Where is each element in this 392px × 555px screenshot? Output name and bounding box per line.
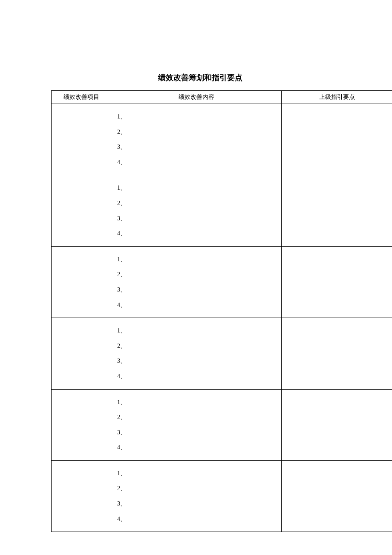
content-list: 1、2、3、4、	[117, 109, 277, 170]
list-item: 4、	[117, 440, 277, 455]
content-cell: 1、2、3、4、	[111, 104, 282, 175]
guide-cell	[282, 246, 392, 318]
project-cell	[52, 389, 111, 460]
list-item: 4、	[117, 226, 277, 241]
list-item: 3、	[117, 353, 277, 369]
header-content: 绩效改善内容	[111, 91, 282, 104]
table-header-row: 绩效改善项目 绩效改善内容 上级指引要点	[52, 91, 392, 104]
header-project: 绩效改善项目	[52, 91, 111, 104]
list-item: 3、	[117, 496, 277, 512]
list-item: 3、	[117, 211, 277, 226]
list-item: 1、	[117, 252, 277, 267]
list-item: 4、	[117, 155, 277, 170]
content-list: 1、2、3、4、	[117, 466, 277, 526]
list-item: 1、	[117, 109, 277, 124]
content-cell: 1、2、3、4、	[111, 318, 282, 389]
list-item: 3、	[117, 282, 277, 298]
list-item: 3、	[117, 139, 277, 155]
table-body: 1、2、3、4、1、2、3、4、1、2、3、4、1、2、3、4、1、2、3、4、…	[52, 104, 392, 532]
list-item: 2、	[117, 338, 277, 354]
table-row: 1、2、3、4、	[52, 389, 392, 460]
content-list: 1、2、3、4、	[117, 252, 277, 312]
content-list: 1、2、3、4、	[117, 395, 277, 455]
list-item: 4、	[117, 298, 277, 313]
table-row: 1、2、3、4、	[52, 175, 392, 246]
list-item: 2、	[117, 196, 277, 211]
header-guide: 上级指引要点	[282, 91, 392, 104]
table-row: 1、2、3、4、	[52, 318, 392, 389]
list-item: 2、	[117, 481, 277, 496]
table-row: 1、2、3、4、	[52, 460, 392, 532]
content-list: 1、2、3、4、	[117, 323, 277, 384]
list-item: 2、	[117, 267, 277, 282]
content-cell: 1、2、3、4、	[111, 389, 282, 460]
project-cell	[52, 246, 111, 318]
project-cell	[52, 460, 111, 532]
table-row: 1、2、3、4、	[52, 246, 392, 318]
list-item: 1、	[117, 180, 277, 196]
list-item: 1、	[117, 466, 277, 481]
list-item: 2、	[117, 410, 277, 425]
performance-table: 绩效改善项目 绩效改善内容 上级指引要点 1、2、3、4、1、2、3、4、1、2…	[51, 90, 392, 532]
guide-cell	[282, 104, 392, 175]
list-item: 4、	[117, 512, 277, 527]
content-list: 1、2、3、4、	[117, 180, 277, 241]
project-cell	[52, 104, 111, 175]
guide-cell	[282, 318, 392, 389]
content-cell: 1、2、3、4、	[111, 246, 282, 318]
project-cell	[52, 318, 111, 389]
list-item: 4、	[117, 369, 277, 384]
list-item: 1、	[117, 323, 277, 338]
guide-cell	[282, 389, 392, 460]
project-cell	[52, 175, 111, 246]
guide-cell	[282, 175, 392, 246]
table-row: 1、2、3、4、	[52, 104, 392, 175]
content-cell: 1、2、3、4、	[111, 460, 282, 532]
list-item: 2、	[117, 124, 277, 140]
list-item: 3、	[117, 425, 277, 440]
document-title: 绩效改善筹划和指引要点	[30, 72, 371, 83]
guide-cell	[282, 460, 392, 532]
content-cell: 1、2、3、4、	[111, 175, 282, 246]
list-item: 1、	[117, 395, 277, 410]
